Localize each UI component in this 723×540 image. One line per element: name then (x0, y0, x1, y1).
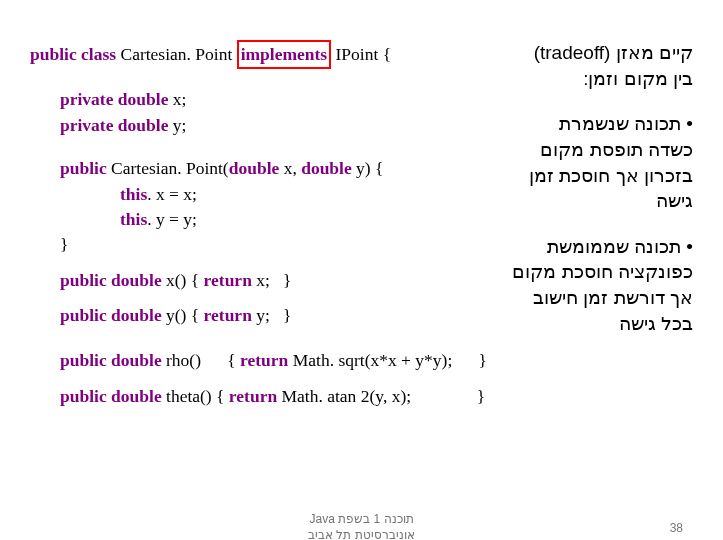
ctor-close: } (30, 232, 460, 257)
kw-double: double (229, 158, 280, 178)
kw-double: double (111, 386, 162, 406)
kw-public: public (60, 158, 107, 178)
ipoint-text: IPoint { (331, 44, 391, 64)
bullet-2: • תכונה שממומשת כפונקציה חוסכת מקום אך ד… (475, 234, 693, 337)
kw-this: this (120, 209, 147, 229)
b2-l1: • תכונה שממומשת (475, 234, 693, 260)
full-width-code: public double rho() { return Math. sqrt(… (30, 338, 693, 409)
field-y-line: private double y; (30, 113, 460, 138)
b1-l4: גישה (475, 188, 693, 214)
footer-line1: תוכנה 1 בשפת Java (308, 512, 415, 528)
bullet-1: • תכונה שנשמרת כשדה תופסת מקום בזכרון אך… (475, 111, 693, 214)
ctor-p2: y) { (352, 158, 384, 178)
kw-return: return (229, 386, 277, 406)
kw-double: double (111, 305, 162, 325)
kw-public: public (60, 305, 107, 325)
ctor-p1: x, (279, 158, 301, 178)
kw-return: return (204, 270, 252, 290)
y-ret: y; } (252, 305, 292, 325)
class-decl-line: public class Cartesian. Point implements… (30, 40, 460, 69)
footer-line2: אוניברסיטת תל אביב (308, 528, 415, 540)
ctor-name: Cartesian. Point( (107, 158, 229, 178)
ctor-body1: this. x = x; (30, 182, 460, 207)
field-x: x; (168, 89, 186, 109)
theta-method: public double theta() { return Math. ata… (30, 384, 693, 409)
b1-l1: • תכונה שנשמרת (475, 111, 693, 137)
kw-return: return (240, 350, 288, 370)
kw-double: double (111, 270, 162, 290)
field-y: y; (168, 115, 186, 135)
x-sig: x() { (162, 270, 204, 290)
kw-public: public (60, 386, 107, 406)
x-method: public double x() { return x; } (30, 268, 460, 293)
ctor-line: public Cartesian. Point(double x, double… (30, 156, 460, 181)
tradeoff-line1: קיים מאזן (tradeoff) (475, 40, 693, 66)
class-name: Cartesian. Point (116, 44, 237, 64)
kw-private: private (60, 115, 113, 135)
kw-public: public (60, 270, 107, 290)
footer-center: תוכנה 1 בשפת Java אוניברסיטת תל אביב (308, 512, 415, 540)
ctor-assign-x: . x = x; (147, 184, 197, 204)
ctor-assign-y: . y = y; (147, 209, 197, 229)
b2-l2: כפונקציה חוסכת מקום (475, 259, 693, 285)
kw-private: private (60, 89, 113, 109)
implements-highlight: implements (237, 40, 332, 69)
kw-public: public (60, 350, 107, 370)
kw-implements: implements (241, 44, 328, 64)
kw-double: double (111, 350, 162, 370)
b2-l3: אך דורשת זמן חישוב (475, 285, 693, 311)
field-x-line: private double x; (30, 87, 460, 112)
kw-double: double (118, 89, 169, 109)
theta-ret: Math. atan 2(y, x); } (277, 386, 485, 406)
tradeoff-line2: בין מקום וזמן: (475, 66, 693, 92)
code-left-column: public class Cartesian. Point implements… (30, 40, 470, 336)
slide-container: public class Cartesian. Point implements… (0, 0, 723, 540)
b1-l3: בזכרון אך חוסכת זמן (475, 163, 693, 189)
b1-l2: כשדה תופסת מקום (475, 137, 693, 163)
y-sig: y() { (162, 305, 204, 325)
top-row: public class Cartesian. Point implements… (30, 40, 693, 336)
x-ret: x; } (252, 270, 292, 290)
kw-this: this (120, 184, 147, 204)
page-number: 38 (670, 521, 683, 535)
kw-class: class (81, 44, 116, 64)
kw-public: public (30, 44, 77, 64)
rho-method: public double rho() { return Math. sqrt(… (30, 348, 693, 373)
rho-sig: rho() { (162, 350, 240, 370)
kw-double: double (118, 115, 169, 135)
ctor-body2: this. y = y; (30, 207, 460, 232)
hebrew-text-column: קיים מאזן (tradeoff) בין מקום וזמן: • תכ… (470, 40, 693, 336)
theta-sig: theta() { (162, 386, 229, 406)
kw-return: return (204, 305, 252, 325)
kw-double: double (301, 158, 352, 178)
y-method: public double y() { return y; } (30, 303, 460, 328)
b2-l4: בכל גישה (475, 311, 693, 337)
rho-ret: Math. sqrt(x*x + y*y); } (288, 350, 487, 370)
